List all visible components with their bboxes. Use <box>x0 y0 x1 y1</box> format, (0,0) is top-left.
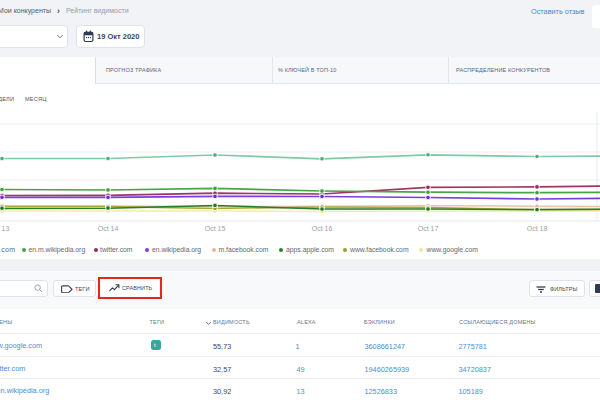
svg-text:Oct 17: Oct 17 <box>418 225 439 232</box>
svg-text:Oct 15: Oct 15 <box>205 225 226 232</box>
svg-text:Oct 13: Oct 13 <box>0 225 9 232</box>
svg-text:Oct 16: Oct 16 <box>312 225 333 232</box>
svg-text:Oct 18: Oct 18 <box>527 225 548 232</box>
svg-text:Oct 14: Oct 14 <box>98 225 119 232</box>
